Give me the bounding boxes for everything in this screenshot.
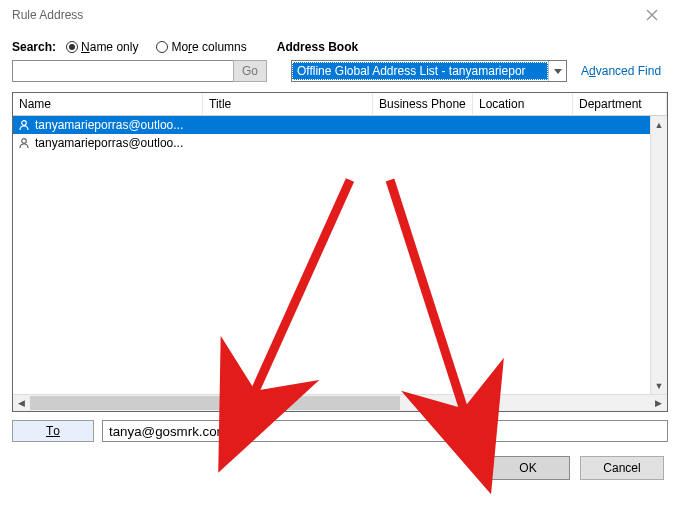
search-header-row: Search: Name only More columns Address B… (0, 30, 680, 58)
address-book-label: Address Book (277, 40, 358, 54)
radio-more-columns[interactable]: More columns (156, 40, 246, 54)
rows-container: tanyamarieporras@outloo... tanyamariepor… (13, 116, 667, 394)
close-icon (646, 9, 658, 21)
radio-name-only-label: Name only (81, 40, 138, 54)
ok-button[interactable]: OK (486, 456, 570, 480)
scroll-left-icon: ◀ (13, 395, 30, 411)
vertical-scrollbar[interactable]: ▲ ▼ (650, 116, 667, 394)
list-item-text: tanyamarieporras@outloo... (35, 136, 183, 150)
col-location[interactable]: Location (473, 93, 573, 115)
go-button[interactable]: Go (233, 60, 267, 82)
list-item[interactable]: tanyamarieporras@outloo... (13, 134, 667, 152)
chevron-down-icon (548, 61, 566, 81)
search-input-row: Go Offline Global Address List - tanyama… (0, 58, 680, 90)
col-department[interactable]: Department (573, 93, 667, 115)
radio-more-columns-label: More columns (171, 40, 246, 54)
cancel-button[interactable]: Cancel (580, 456, 664, 480)
scroll-up-icon: ▲ (651, 116, 667, 133)
list-item-text: tanyamarieporras@outloo... (35, 118, 183, 132)
radio-name-only[interactable]: Name only (66, 40, 138, 54)
col-phone[interactable]: Business Phone (373, 93, 473, 115)
search-input[interactable] (12, 60, 234, 82)
search-label: Search: (12, 40, 56, 54)
to-button[interactable]: To (12, 420, 94, 442)
to-input[interactable] (102, 420, 668, 442)
results-list: Name Title Business Phone Location Depar… (12, 92, 668, 412)
address-book-selected: Offline Global Address List - tanyamarie… (292, 62, 548, 80)
scroll-down-icon: ▼ (651, 377, 667, 394)
close-button[interactable] (632, 0, 672, 30)
list-item[interactable]: tanyamarieporras@outloo... (13, 116, 667, 134)
svg-point-3 (22, 139, 27, 144)
titlebar: Rule Address (0, 0, 680, 30)
radio-empty-icon (156, 41, 168, 53)
col-name[interactable]: Name (13, 93, 203, 115)
scroll-track (30, 395, 650, 411)
horizontal-scrollbar[interactable]: ◀ ▶ (13, 394, 667, 411)
dialog-buttons: OK Cancel (0, 442, 680, 480)
col-title[interactable]: Title (203, 93, 373, 115)
radio-dot-icon (66, 41, 78, 53)
svg-point-2 (22, 121, 27, 126)
scroll-right-icon: ▶ (650, 395, 667, 411)
window-title: Rule Address (8, 8, 632, 22)
scroll-thumb[interactable] (30, 396, 400, 410)
column-headers: Name Title Business Phone Location Depar… (13, 93, 667, 116)
to-row: To (0, 412, 680, 442)
advanced-find-link[interactable]: Advanced Find (581, 64, 661, 78)
address-book-select[interactable]: Offline Global Address List - tanyamarie… (291, 60, 567, 82)
person-icon (17, 118, 31, 132)
person-icon (17, 136, 31, 150)
